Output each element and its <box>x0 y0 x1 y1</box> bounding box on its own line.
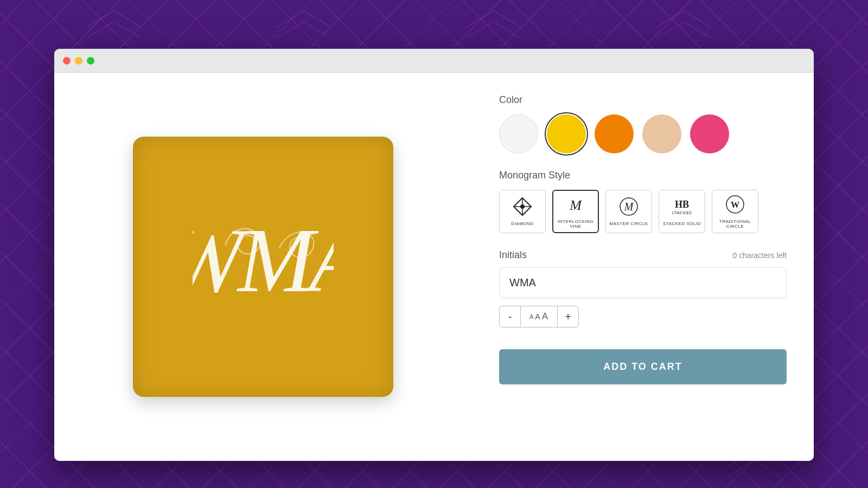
browser-content: WMA Color <box>54 73 814 461</box>
color-swatch-yellow[interactable] <box>547 114 586 153</box>
color-swatch-pink[interactable] <box>690 114 729 153</box>
initials-input[interactable] <box>499 267 787 298</box>
master-circle-style-name: Master Circle <box>609 221 648 226</box>
initials-section: Initials 0 characters left - A A A + <box>499 249 787 328</box>
add-to-cart-button[interactable]: ADD TO CART <box>499 349 787 384</box>
pillow: WMA <box>133 137 393 397</box>
stacked-solid-style-name: Stacked Solid <box>663 221 701 226</box>
initials-label: Initials <box>499 249 527 261</box>
browser-window: WMA Color <box>54 49 814 461</box>
size-medium-a: A <box>535 312 540 321</box>
monogram-styles: Diamond M Interlocking Vine <box>499 190 787 233</box>
monogram-style-section: Monogram Style Diamond <box>499 170 787 233</box>
master-circle-style-icon: M <box>619 197 639 219</box>
traditional-circle-style-name: Traditional Circle <box>716 219 755 229</box>
minimize-button[interactable] <box>75 57 82 65</box>
maximize-button[interactable] <box>87 57 94 65</box>
size-decrease-button[interactable]: - <box>499 306 521 328</box>
traditional-circle-style-icon: W <box>725 195 745 217</box>
product-options: Color Monogram Style <box>472 73 814 461</box>
stacked-solid-style-icon: HB STACKED <box>672 197 692 219</box>
pillow-container: WMA <box>133 137 393 397</box>
chars-left: 0 characters left <box>732 251 787 260</box>
size-small-a: A <box>529 313 534 320</box>
svg-text:HB: HB <box>675 199 689 210</box>
diamond-style-icon <box>513 197 532 219</box>
color-swatches <box>499 114 787 153</box>
style-traditional-circle[interactable]: W Traditional Circle <box>712 190 758 233</box>
color-swatch-white[interactable] <box>499 114 538 153</box>
interlocking-vine-style-icon: M <box>566 195 585 217</box>
monogram-style-label: Monogram Style <box>499 170 787 181</box>
size-large-a: A <box>542 311 548 322</box>
traffic-lights <box>63 57 94 65</box>
svg-text:W: W <box>731 200 739 209</box>
color-swatch-orange[interactable] <box>595 114 634 153</box>
svg-text:STACKED: STACKED <box>672 210 692 215</box>
diamond-style-name: Diamond <box>511 221 533 226</box>
color-swatch-peach[interactable] <box>642 114 681 153</box>
size-controls: - A A A + <box>499 306 787 328</box>
color-section: Color <box>499 94 787 153</box>
browser-titlebar <box>54 49 814 73</box>
monogram-graphic: WMA <box>193 196 334 337</box>
style-master-circle[interactable]: M Master Circle <box>605 190 652 233</box>
product-image-area: WMA <box>54 73 472 461</box>
svg-text:WMA: WMA <box>193 209 334 311</box>
style-diamond[interactable]: Diamond <box>499 190 546 233</box>
style-stacked-solid[interactable]: HB STACKED Stacked Solid <box>659 190 705 233</box>
svg-text:M: M <box>569 197 582 213</box>
svg-point-4 <box>520 204 525 209</box>
color-label: Color <box>499 94 787 106</box>
size-label: A A A <box>521 306 557 328</box>
svg-text:M: M <box>624 201 634 213</box>
size-increase-button[interactable]: + <box>557 306 579 328</box>
interlocking-vine-style-name: Interlocking Vine <box>557 219 595 229</box>
initials-header: Initials 0 characters left <box>499 249 787 261</box>
style-interlocking-vine[interactable]: M Interlocking Vine <box>552 190 599 233</box>
close-button[interactable] <box>63 57 71 65</box>
